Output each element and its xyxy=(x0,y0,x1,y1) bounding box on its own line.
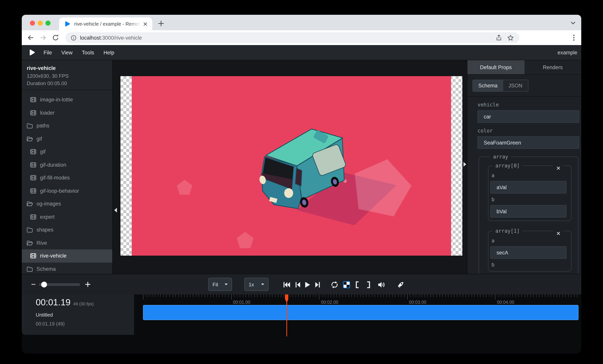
preview-pane xyxy=(113,60,467,274)
collapse-panel-icon[interactable] xyxy=(464,162,466,167)
bookmark-star-icon[interactable] xyxy=(507,34,514,41)
out-point-icon[interactable] xyxy=(364,281,372,289)
next-frame-icon[interactable] xyxy=(314,281,322,289)
composition-list-item[interactable]: expert xyxy=(22,210,112,223)
back-icon[interactable] xyxy=(27,34,35,42)
composition-name: shapes xyxy=(36,227,53,233)
array-item-0: array[0] ✕ a b xyxy=(488,163,571,221)
in-point-icon[interactable] xyxy=(354,281,361,289)
browser-tab[interactable]: rive-vehicle / example - Remot xyxy=(59,17,152,30)
film-icon xyxy=(30,97,36,103)
previous-frame-icon[interactable] xyxy=(294,281,302,289)
playback-toolbar: Fit 1x xyxy=(22,274,581,295)
collapse-sidebar-icon[interactable] xyxy=(114,208,117,213)
address-bar[interactable]: localhost:3000/rive-vehicle xyxy=(65,32,520,43)
menu-view[interactable]: View xyxy=(61,49,73,55)
composition-name: rive-vehicle xyxy=(40,253,67,259)
composition-list-item[interactable]: Rive xyxy=(22,236,112,250)
folder-icon xyxy=(26,227,33,233)
tab-search-chevron-icon[interactable] xyxy=(570,21,576,25)
forward-icon[interactable] xyxy=(39,34,47,42)
array-1-label: array[1] xyxy=(493,228,522,234)
browser-menu-icon[interactable] xyxy=(570,34,577,42)
share-icon[interactable] xyxy=(495,34,502,41)
tab-close-icon[interactable] xyxy=(142,21,148,27)
toggle-json[interactable]: JSON xyxy=(503,80,528,91)
vehicle-illustration xyxy=(132,76,451,256)
composition-list-item[interactable]: gif-fill-modes xyxy=(22,171,112,184)
remotion-favicon-icon xyxy=(65,21,70,27)
fit-dropdown[interactable]: Fit xyxy=(208,278,232,291)
tab-renders[interactable]: Renders xyxy=(524,60,581,74)
field-label-a: a xyxy=(491,172,567,178)
url-text: localhost:3000/rive-vehicle xyxy=(80,35,142,41)
array-0-b-input[interactable] xyxy=(490,205,567,217)
loop-icon[interactable] xyxy=(331,281,338,289)
address-bar-row: localhost:3000/rive-vehicle xyxy=(22,30,581,45)
schema-json-toggle: Schema JSON xyxy=(473,80,528,92)
zoom-slider-knob[interactable] xyxy=(41,282,47,287)
project-info: rive-vehicle 1200x630, 30 FPS Duration 0… xyxy=(22,60,112,90)
composition-list-item[interactable]: og-images xyxy=(22,197,112,210)
volume-icon[interactable] xyxy=(377,281,385,289)
browser-window: rive-vehicle / example - Remot xyxy=(22,15,581,353)
zoom-in-icon[interactable] xyxy=(85,281,91,287)
color-input[interactable] xyxy=(477,136,579,149)
composition-list-item[interactable]: rive-vehicle xyxy=(22,250,112,262)
site-info-icon[interactable] xyxy=(71,35,77,41)
timeline-track-bar[interactable] xyxy=(143,305,579,320)
composition-list-item[interactable]: image-in-lottie xyxy=(22,93,112,106)
speed-label: 1x xyxy=(249,282,254,287)
timeline-info-box: 00:01.1949 (30 fps) Untitled 00:01.19 (4… xyxy=(22,295,134,335)
field-label-b: b xyxy=(491,197,567,202)
video-canvas xyxy=(120,76,462,256)
schema-mode-row: Schema JSON xyxy=(467,75,581,97)
composition-list-item[interactable]: paths xyxy=(22,119,112,132)
array-0-a-input[interactable] xyxy=(490,181,567,193)
composition-list-item[interactable]: shapes xyxy=(22,223,112,236)
menu-help[interactable]: Help xyxy=(104,49,115,55)
menu-file[interactable]: File xyxy=(44,49,52,55)
array-1-a-input[interactable] xyxy=(490,246,567,259)
timeline-ruler[interactable]: 00:01.0000:02.0000:03.0000:04.00 xyxy=(134,295,581,353)
remove-array-1-icon[interactable]: ✕ xyxy=(554,230,563,237)
transparency-toggle-icon[interactable] xyxy=(343,281,350,289)
tab-default-props[interactable]: Default Props xyxy=(467,60,524,74)
folder-open-icon xyxy=(26,136,33,142)
play-icon[interactable] xyxy=(303,281,311,289)
project-title: rive-vehicle xyxy=(27,65,107,71)
remove-array-0-icon[interactable]: ✕ xyxy=(554,165,563,172)
array-item-1: array[1] ✕ a b xyxy=(488,228,571,272)
composition-list-item[interactable]: gif xyxy=(22,145,112,158)
tab-strip: rive-vehicle / example - Remot xyxy=(22,15,581,30)
app-logo-icon[interactable] xyxy=(29,49,35,56)
composition-list-item[interactable]: loader xyxy=(22,106,112,119)
composition-list-item[interactable]: gif-duration xyxy=(22,158,112,171)
folder-icon xyxy=(26,266,33,272)
track-time: 00:01.19 (49) xyxy=(36,321,134,327)
menu-tools[interactable]: Tools xyxy=(82,49,94,55)
reload-icon[interactable] xyxy=(52,34,59,42)
composition-list-item[interactable]: gif-loop-behavior xyxy=(22,184,112,197)
zoom-out-icon[interactable] xyxy=(31,282,36,287)
speed-dropdown[interactable]: 1x xyxy=(244,278,268,291)
close-window-button[interactable] xyxy=(30,21,35,26)
composition-list-item[interactable]: Schema xyxy=(22,262,112,275)
rocket-icon[interactable] xyxy=(397,281,405,289)
field-label-vehicle: vehicle xyxy=(477,102,579,108)
toggle-schema[interactable]: Schema xyxy=(473,80,503,91)
folder-open-icon xyxy=(26,240,33,246)
film-icon xyxy=(30,253,36,259)
film-icon xyxy=(30,162,36,168)
current-time: 00:01.1949 (30 fps) xyxy=(36,297,134,308)
zoom-window-button[interactable] xyxy=(46,21,50,26)
composition-list-item[interactable]: gif xyxy=(22,132,112,145)
panel-tabs: Default Props Renders xyxy=(467,60,581,75)
chevron-down-icon xyxy=(225,284,228,287)
vehicle-input[interactable] xyxy=(477,110,579,123)
skip-to-start-icon[interactable] xyxy=(283,281,291,289)
minimize-window-button[interactable] xyxy=(38,21,43,26)
new-tab-button[interactable] xyxy=(158,20,164,27)
playhead-line xyxy=(286,295,287,336)
chevron-down-icon xyxy=(261,284,264,287)
